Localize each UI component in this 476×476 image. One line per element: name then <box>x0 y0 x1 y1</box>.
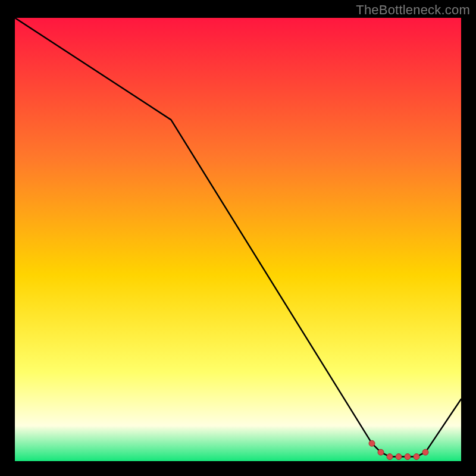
optimal-marker <box>369 440 375 446</box>
optimal-marker <box>378 449 384 455</box>
optimal-marker <box>396 454 402 460</box>
plot-area <box>15 18 461 461</box>
optimal-marker <box>387 454 393 460</box>
optimal-marker <box>422 449 428 455</box>
chart-stage: TheBottleneck.com <box>0 0 476 476</box>
optimal-marker <box>405 454 411 460</box>
chart-svg <box>15 18 461 461</box>
gradient-background <box>15 18 461 461</box>
attribution-text: TheBottleneck.com <box>356 2 470 18</box>
optimal-marker <box>414 454 419 460</box>
